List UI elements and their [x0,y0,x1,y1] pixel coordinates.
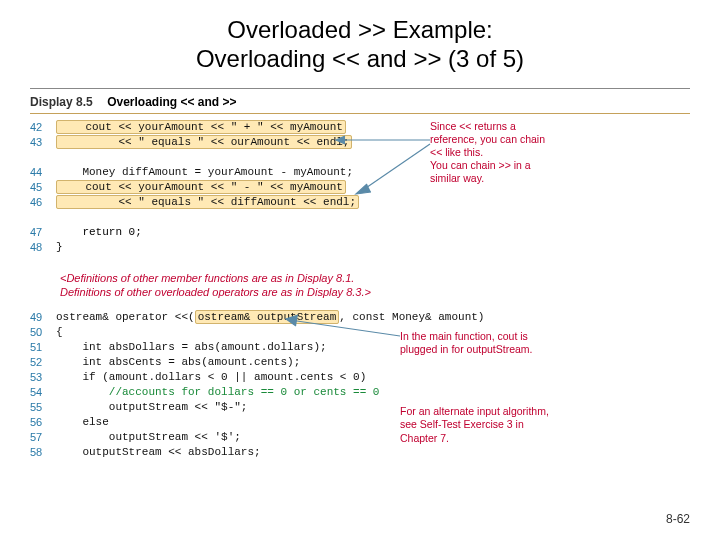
code-line: cout << yourAmount << " - " << myAmount [56,180,346,195]
line-number: 58 [30,445,56,460]
code-line: { [56,325,63,340]
display-label: Display 8.5 [30,95,93,109]
code-line: Money diffAmount = yourAmount - myAmount… [56,165,353,180]
arrow-icon [330,132,440,202]
display-header: Display 8.5 Overloading << and >> [30,88,690,114]
code-line: ostream& operator <<(ostream& outputStre… [56,310,484,325]
code-line: return 0; [56,225,142,240]
line-number: 54 [30,385,56,400]
line-number: 50 [30,325,56,340]
code-line: if (amount.dollars < 0 || amount.cents <… [56,370,366,385]
slide-title: Overloaded >> Example: Overloading << an… [30,16,690,74]
line-number: 44 [30,165,56,180]
code-line: } [56,240,63,255]
page-number: 8-62 [666,512,690,526]
line-number: 45 [30,180,56,195]
line-number: 47 [30,225,56,240]
note-alt-input: For an alternate input algorithm, see Se… [400,405,610,444]
line-number: 55 [30,400,56,415]
line-number: 51 [30,340,56,355]
code-line: outputStream << "$-"; [56,400,247,415]
code-line: outputStream << absDollars; [56,445,261,460]
line-number: 42 [30,120,56,135]
code-line: outputStream << '$'; [56,430,241,445]
title-line-2: Overloading << and >> (3 of 5) [196,45,524,72]
code-line: << " equals " << diffAmount << endl; [56,195,359,210]
code-area: 42 cout << yourAmount << " + " << myAmou… [30,120,690,461]
title-line-1: Overloaded >> Example: [227,16,493,43]
line-number: 56 [30,415,56,430]
code-block-2: 49 ostream& operator <<(ostream& outputS… [30,310,690,460]
line-number: 57 [30,430,56,445]
line-number: 53 [30,370,56,385]
note-main-cout: In the main function, cout is plugged in… [400,330,600,356]
display-title: Overloading << and >> [107,95,236,109]
code-line: << " equals " << ourAmount << endl; [56,135,352,150]
line-number: 43 [30,135,56,150]
arrow-icon [280,314,410,344]
code-line: else [56,415,109,430]
line-number: 46 [30,195,56,210]
code-line: cout << yourAmount << " + " << myAmount [56,120,346,135]
line-number: 52 [30,355,56,370]
code-line: int absCents = abs(amount.cents); [56,355,300,370]
note-mid-definitions: <Definitions of other member functions a… [60,271,720,301]
line-number: 48 [30,240,56,255]
note-chain: Since << returns a reference, you can ch… [430,120,610,186]
line-number: 49 [30,310,56,325]
code-line: //accounts for dollars == 0 or cents == … [56,385,379,400]
